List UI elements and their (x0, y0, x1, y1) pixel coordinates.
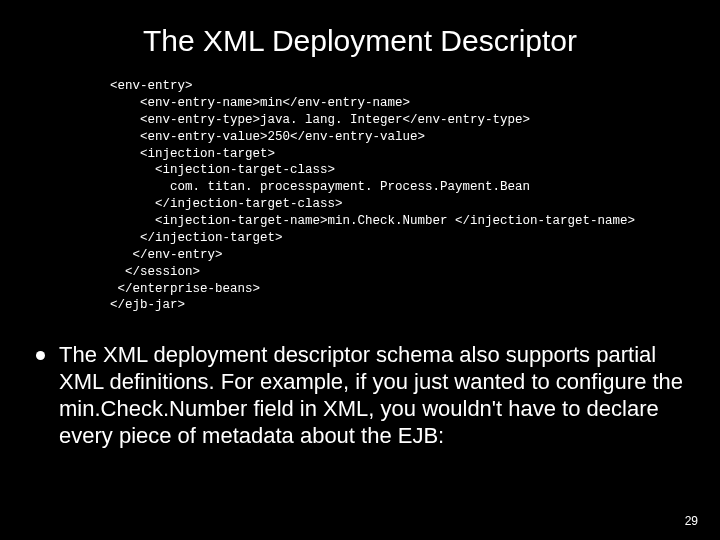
page-number: 29 (685, 514, 698, 528)
xml-code-block: <env-entry> <env-entry-name>min</env-ent… (110, 78, 690, 314)
body-row: The XML deployment descriptor schema als… (30, 342, 690, 449)
slide-title: The XML Deployment Descriptor (30, 24, 690, 58)
bullet-icon (36, 351, 45, 360)
body-text: The XML deployment descriptor schema als… (59, 342, 684, 449)
slide: The XML Deployment Descriptor <env-entry… (0, 0, 720, 540)
